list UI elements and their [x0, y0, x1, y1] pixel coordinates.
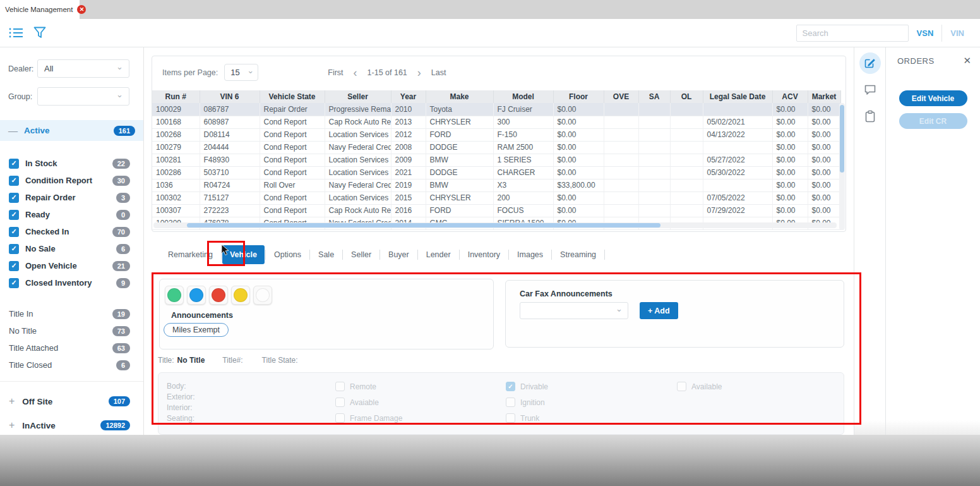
collapse-minus-icon[interactable]: — [8, 125, 18, 136]
table-row[interactable]: 100279204444Cond ReportNavy Federal Cred… [152, 141, 840, 154]
tab-buyer[interactable]: Buyer [381, 245, 417, 264]
sidebar-filter-no-sale[interactable]: ✓No Sale6 [0, 240, 143, 257]
last-page-button[interactable]: Last [431, 68, 446, 77]
horizontal-scrollbar[interactable] [153, 222, 837, 228]
column-header-vin-6[interactable]: VIN 6 [200, 90, 260, 103]
tab-remarketing[interactable]: Remarketing [160, 245, 220, 264]
column-header-vehicle-state[interactable]: Vehicle State [260, 90, 325, 103]
items-per-page-select[interactable]: 15 ⌄ [224, 64, 258, 81]
sidebar-filter-condition-report[interactable]: ✓Condition Report30 [0, 172, 143, 189]
list-view-icon[interactable] [9, 27, 23, 39]
next-page-icon[interactable]: › [417, 69, 421, 76]
column-header-market[interactable]: Market [808, 90, 840, 103]
expand-plus-icon[interactable]: + [9, 396, 15, 407]
checkbox-checked-icon[interactable]: ✓ [9, 278, 19, 288]
tab-vehicle[interactable]: Vehicle [222, 245, 265, 264]
checkbox-unchecked-icon [677, 382, 686, 391]
clipboard-icon[interactable] [859, 106, 881, 127]
count-badge: 73 [112, 326, 130, 336]
blue-light[interactable] [187, 286, 206, 305]
table-row[interactable]: 100302715127Cond ReportLocation Services… [152, 191, 840, 204]
sidebar-title-filter-title-in[interactable]: Title In19 [0, 305, 143, 322]
table-row[interactable]: 100307272223Cond ReportCap Rock Auto Re.… [152, 204, 840, 217]
side-action-strip [854, 47, 885, 471]
checkbox-checked-icon[interactable]: ✓ [9, 261, 19, 271]
column-header-run-[interactable]: Run # [152, 90, 200, 103]
condition-checkbox-ignition: Ignition [506, 398, 548, 407]
table-row[interactable]: 100168608987Cond ReportCap Rock Auto Re.… [152, 116, 840, 128]
orders-close-icon[interactable]: ✕ [963, 55, 971, 66]
vin-button[interactable]: VIN [942, 25, 972, 42]
add-announcement-button[interactable]: + Add [640, 302, 678, 319]
column-header-model[interactable]: Model [493, 90, 553, 103]
green-light[interactable] [165, 286, 184, 305]
sidebar-title-filter-title-attached[interactable]: Title Attached63 [0, 339, 143, 356]
tab-lender[interactable]: Lender [419, 245, 458, 264]
condition-checkboxes-col3: Available [677, 382, 722, 391]
search-input[interactable] [796, 25, 909, 42]
expand-plus-icon[interactable]: + [9, 420, 15, 431]
checkbox-checked-icon[interactable]: ✓ [9, 176, 19, 186]
vehicle-management-tab[interactable]: Vehicle Management ✕ [0, 0, 80, 19]
vertical-scrollbar[interactable] [839, 103, 845, 230]
edit-vehicle-button[interactable]: Edit Vehicle [899, 90, 967, 106]
sidebar-title-filter-no-title[interactable]: No Title73 [0, 322, 143, 339]
tab-close-icon[interactable]: ✕ [77, 5, 86, 14]
table-row[interactable]: 100029086787Repair OrderProgressive Rema… [152, 103, 840, 116]
announcement-tag-miles-exempt[interactable]: Miles Exempt [164, 323, 229, 337]
tab-inventory[interactable]: Inventory [460, 245, 508, 264]
checkbox-checked-icon[interactable]: ✓ [9, 227, 19, 237]
tab-streaming[interactable]: Streaming [553, 245, 604, 264]
checkbox-checked-icon[interactable]: ✓ [9, 193, 19, 203]
prev-page-icon[interactable]: ‹ [354, 69, 357, 76]
sidebar-section-off-site[interactable]: +Off Site107 [0, 389, 143, 413]
edit-orders-icon[interactable] [859, 52, 881, 74]
sidebar-filter-in-stock[interactable]: ✓In Stock22 [0, 155, 143, 172]
table-row[interactable]: 1036R04724Roll OverNavy Federal Credi...… [152, 179, 840, 191]
checkbox-checked-icon[interactable]: ✓ [9, 159, 19, 169]
column-header-legal-sale-date[interactable]: Legal Sale Date [703, 90, 772, 103]
column-header-year[interactable]: Year [391, 90, 426, 103]
comments-icon[interactable] [859, 79, 881, 100]
yellow-light[interactable] [231, 286, 250, 305]
count-badge: 6 [116, 360, 130, 370]
status-filter-list: ✓In Stock22✓Condition Report30✓Repair Or… [0, 155, 143, 291]
checkbox-checked-icon[interactable]: ✓ [9, 244, 19, 254]
table-row[interactable]: 100286503710Cond ReportLocation Services… [152, 166, 840, 179]
red-light[interactable] [209, 286, 228, 305]
count-badge: 21 [112, 261, 130, 271]
tab-sale[interactable]: Sale [311, 245, 342, 264]
first-page-button[interactable]: First [328, 68, 343, 77]
column-header-ol[interactable]: OL [670, 90, 703, 103]
tab-options[interactable]: Options [266, 245, 309, 264]
column-header-seller[interactable]: Seller [325, 90, 391, 103]
table-row[interactable]: 100268D08114Cond ReportLocation Services… [152, 128, 840, 141]
group-select[interactable]: ⌄ [37, 87, 129, 106]
column-header-sa[interactable]: SA [638, 90, 670, 103]
column-header-ove[interactable]: OVE [604, 90, 638, 103]
sidebar-filter-open-vehicle[interactable]: ✓Open Vehicle21 [0, 257, 143, 274]
white-light[interactable] [253, 286, 272, 305]
checkbox-checked-icon[interactable]: ✓ [9, 210, 19, 220]
sidebar-filter-closed-inventory[interactable]: ✓Closed Inventory9 [0, 274, 143, 291]
column-header-floor[interactable]: Floor [553, 90, 604, 103]
sidebar-filter-checked-in[interactable]: ✓Checked In70 [0, 223, 143, 240]
dealer-select[interactable]: All ⌄ [37, 59, 129, 78]
vsn-button[interactable]: VSN [909, 25, 943, 42]
sidebar-filter-ready[interactable]: ✓Ready0 [0, 206, 143, 223]
sidebar-title-filter-title-closed[interactable]: Title Closed6 [0, 356, 143, 374]
tab-divider [604, 250, 605, 260]
tab-seller[interactable]: Seller [344, 245, 379, 264]
vertical-scrollbar-thumb[interactable] [840, 105, 844, 173]
column-header-make[interactable]: Make [426, 90, 493, 103]
column-header-acv[interactable]: ACV [772, 90, 808, 103]
tab-images[interactable]: Images [510, 245, 551, 264]
carfax-select[interactable]: ⌄ [520, 302, 628, 319]
edit-cr-button[interactable]: Edit CR [899, 113, 967, 129]
sidebar-filter-repair-order[interactable]: ✓Repair Order3 [0, 189, 143, 206]
filter-icon[interactable] [33, 27, 46, 39]
active-section-header[interactable]: — Active 161 [0, 120, 143, 141]
sidebar-section-inactive[interactable]: +InActive12892 [0, 413, 143, 437]
table-row[interactable]: 100281F48930Cond ReportLocation Services… [152, 154, 840, 166]
horizontal-scrollbar-thumb[interactable] [187, 223, 660, 228]
